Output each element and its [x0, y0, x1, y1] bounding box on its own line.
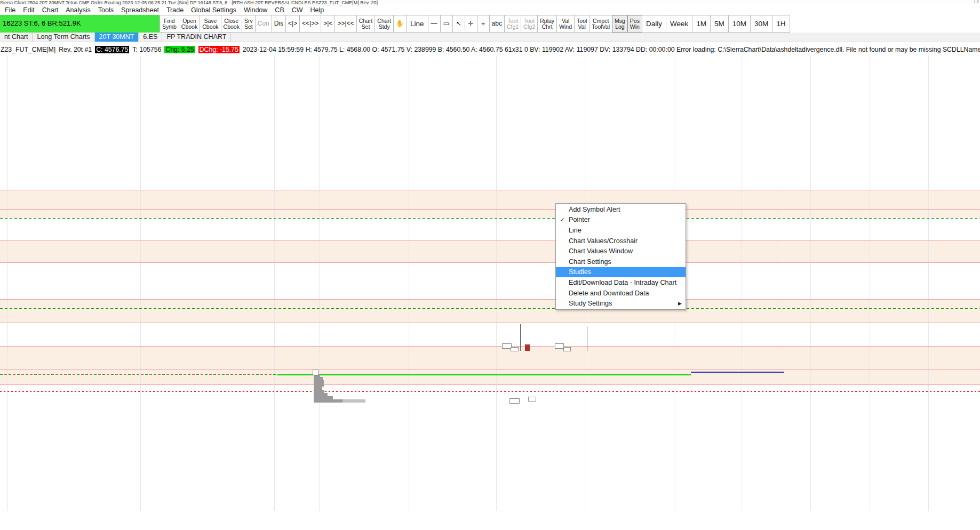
hollow-candle: [555, 343, 564, 349]
gridline: [496, 55, 497, 511]
context-menu-item-label: Chart Values Window: [569, 247, 678, 255]
context-menu-item-edit-download-data-intraday-chart[interactable]: Edit/Download Data - Intraday Chart: [556, 277, 686, 288]
resistance-dotted-line: [0, 391, 980, 392]
red-candle: [525, 344, 530, 351]
price-level-line: [0, 346, 980, 347]
gridline: [409, 55, 409, 511]
pivot-dashed-line: [0, 308, 980, 309]
chart-area[interactable]: [0, 0, 980, 530]
gridline: [140, 55, 141, 511]
context-menu-item-line[interactable]: Line: [556, 225, 686, 236]
context-menu-item-label: Delete and Download Data: [569, 290, 678, 297]
price-band: [0, 300, 980, 323]
price-level-line: [0, 323, 980, 323]
price-level-line: [0, 190, 980, 190]
candle-wick-line: [587, 326, 587, 351]
gridline: [870, 55, 870, 511]
week-high-blue-line: [691, 372, 784, 373]
price-level-line: [0, 384, 980, 385]
context-menu-item-label: Chart Settings: [569, 258, 678, 266]
gridline: [7, 55, 8, 511]
context-menu-item-chart-values-window[interactable]: Chart Values Window: [556, 246, 686, 256]
pivot-dashed-line: [0, 218, 980, 219]
context-menu-item-chart-values-crosshair[interactable]: Chart Values/Crosshair: [556, 236, 686, 246]
price-level-line: [0, 370, 980, 370]
price-level-line: [0, 209, 980, 210]
high-green-line: [277, 374, 691, 375]
context-menu-item-label: Pointer: [569, 216, 678, 223]
context-menu: Add Symbol Alert✓PointerLineChart Values…: [555, 203, 686, 310]
gridline: [928, 55, 929, 511]
context-menu-item-label: Line: [569, 227, 678, 234]
mixed-dashed-line: [0, 374, 277, 375]
candle-wick-line: [520, 324, 521, 351]
gridline: [742, 55, 742, 511]
price-band: [0, 210, 980, 218]
context-menu-item-pointer[interactable]: ✓Pointer: [556, 215, 686, 226]
volume-profile-row: [314, 399, 342, 403]
hollow-candle: [563, 347, 571, 351]
gridline: [274, 55, 275, 511]
gridline: [777, 55, 777, 511]
gridline: [319, 55, 320, 511]
context-menu-item-study-settings[interactable]: Study Settings▶: [556, 298, 686, 309]
price-level-line: [0, 240, 980, 240]
check-icon: ✓: [556, 216, 569, 223]
context-menu-item-studies[interactable]: Studies: [556, 267, 686, 278]
price-band: [0, 190, 980, 209]
price-band: [0, 240, 980, 262]
context-menu-item-chart-settings[interactable]: Chart Settings: [556, 256, 686, 267]
context-menu-item-label: Edit/Download Data - Intraday Chart: [569, 279, 678, 286]
price-level-line: [0, 262, 980, 263]
context-menu-item-label: Studies: [569, 268, 678, 276]
price-band: [0, 347, 980, 384]
hollow-candle: [511, 347, 519, 351]
context-menu-item-label: Study Settings: [569, 300, 678, 307]
profile-top-candle: [313, 370, 318, 375]
gridline: [810, 55, 811, 511]
hollow-candle: [528, 397, 536, 401]
hollow-candle: [509, 398, 520, 404]
context-menu-item-add-symbol-alert[interactable]: Add Symbol Alert: [556, 204, 686, 215]
context-menu-item-label: Add Symbol Alert: [569, 206, 678, 213]
price-level-line: [0, 299, 980, 300]
sierra-chart-window: Sierra Chart 2504 20T 30MNT Teton CME Or…: [0, 0, 980, 530]
context-menu-item-label: Chart Values/Crosshair: [569, 237, 678, 245]
submenu-arrow-icon: ▶: [678, 301, 686, 306]
context-menu-item-delete-and-download-data[interactable]: Delete and Download Data: [556, 288, 686, 299]
